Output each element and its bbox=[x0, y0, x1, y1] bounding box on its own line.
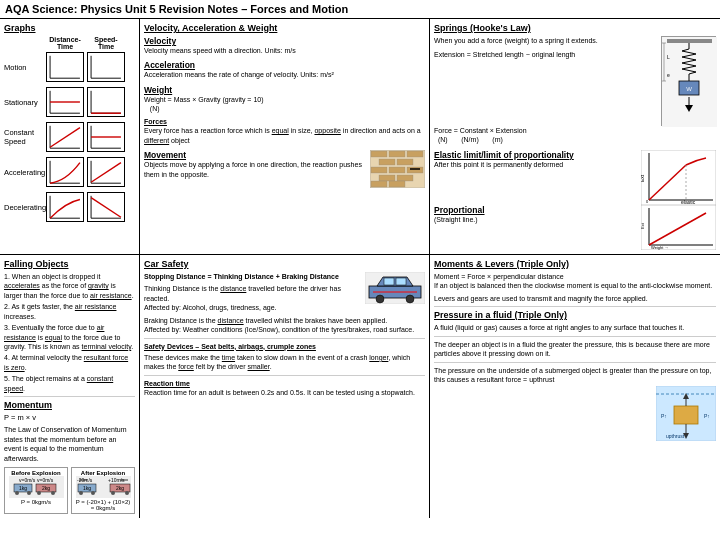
acceleration-title: Acceleration bbox=[144, 60, 195, 70]
falling-point-3: 3. Eventually the force due to air resis… bbox=[4, 323, 135, 351]
accelerating-label: Accelerating bbox=[4, 168, 46, 177]
motion-label: Motion bbox=[4, 63, 46, 72]
svg-text:v=0m/s: v=0m/s bbox=[19, 477, 36, 483]
braking-text: Braking Distance is the distance travell… bbox=[144, 316, 425, 335]
svg-rect-38 bbox=[389, 181, 405, 187]
weight-formula: Weight = Mass × Gravity (gravity = 10) (… bbox=[144, 95, 425, 114]
motion-distance-graph bbox=[46, 52, 84, 82]
svg-text:2kg: 2kg bbox=[41, 485, 49, 491]
reaction-time-text: Reaction time for an adult is between 0.… bbox=[144, 388, 425, 397]
page-title: AQA Science: Physics Unit 5 Revision Not… bbox=[0, 0, 720, 19]
svg-line-25 bbox=[91, 198, 121, 218]
graph-row-decelerating: Decelerating bbox=[4, 192, 135, 222]
svg-text:W: W bbox=[686, 86, 692, 92]
distance-time-label: Distance-Time bbox=[46, 36, 84, 50]
svg-rect-32 bbox=[371, 167, 387, 173]
stationary-distance-graph bbox=[46, 87, 84, 117]
falling-header: Falling Objects bbox=[4, 259, 135, 269]
force-formula: Force = Constant × Extension (N) (N/m) (… bbox=[434, 126, 716, 145]
car-safety-header: Car Safety bbox=[144, 259, 425, 269]
svg-text:1kg: 1kg bbox=[82, 485, 90, 491]
svg-rect-34 bbox=[407, 167, 423, 173]
svg-text:1kg: 1kg bbox=[18, 485, 26, 491]
acceleration-text: Acceleration means the rate of change of… bbox=[144, 70, 425, 79]
explosion-diagrams: Before Explosion 1kg 2kg v=0m/s v=0m/s P… bbox=[4, 467, 135, 514]
decelerating-distance-graph bbox=[46, 192, 84, 222]
graph-row-motion: Motion bbox=[4, 52, 135, 82]
stationary-speed-graph bbox=[87, 87, 125, 117]
svg-rect-36 bbox=[397, 175, 413, 181]
elastic-limit-block: elastic limit 0 Weight → Ext Elastic lim… bbox=[434, 150, 716, 169]
constant-label: ConstantSpeed bbox=[4, 128, 46, 146]
falling-point-1: 1. When an object is dropped it accelera… bbox=[4, 272, 135, 300]
svg-text:upthrust ↑: upthrust ↑ bbox=[666, 433, 688, 439]
momentum-law: The Law of Conservation of Momentum stat… bbox=[4, 425, 135, 463]
svg-point-83 bbox=[79, 491, 83, 495]
svg-rect-33 bbox=[389, 167, 405, 173]
graph-row-stationary: Stationary bbox=[4, 87, 135, 117]
constant-speed-graph bbox=[87, 122, 125, 152]
momentum-header: Momentum bbox=[4, 400, 135, 410]
stationary-label: Stationary bbox=[4, 98, 46, 107]
svg-rect-28 bbox=[389, 151, 405, 157]
accelerating-speed-graph bbox=[87, 157, 125, 187]
svg-point-72 bbox=[15, 491, 19, 495]
moments-text: Moment = Force × perpendicular distanceI… bbox=[434, 272, 716, 291]
after-explosion: After Explosion 1kg 2kg -20m/s +10m/s bbox=[71, 467, 135, 514]
car-safety-section: Car Safety Stopping Distance = Thinking … bbox=[140, 255, 430, 518]
force-formula-block: Force = Constant × Extension (N) (N/m) (… bbox=[434, 126, 716, 145]
velocity-section: Velocity, Acceleration & Weight Velocity… bbox=[140, 19, 430, 254]
movement-title: Movement bbox=[144, 150, 186, 160]
decelerating-label: Decelerating bbox=[4, 203, 46, 212]
motion-speed-graph bbox=[87, 52, 125, 82]
graph-row-constant: ConstantSpeed bbox=[4, 122, 135, 152]
svg-point-76 bbox=[37, 491, 41, 495]
before-explosion: Before Explosion 1kg 2kg v=0m/s v=0m/s P… bbox=[4, 467, 68, 514]
svg-text:v=0m/s: v=0m/s bbox=[37, 477, 54, 483]
svg-rect-37 bbox=[371, 181, 387, 187]
velocity-text: Velocity means speed with a direction. U… bbox=[144, 46, 425, 55]
speed-time-label: Speed-Time bbox=[87, 36, 125, 50]
svg-text:2kg: 2kg bbox=[115, 485, 123, 491]
svg-text:L: L bbox=[667, 54, 670, 60]
weight-title: Weight bbox=[144, 85, 172, 95]
svg-line-12 bbox=[50, 128, 80, 148]
constant-distance-graph bbox=[46, 122, 84, 152]
decelerating-speed-graph bbox=[87, 192, 125, 222]
forces-title: Forces bbox=[144, 117, 425, 126]
velocity-block: Velocity Velocity means speed with a dir… bbox=[144, 36, 425, 55]
elastic-limit-title: Elastic limit/limit of proportionality bbox=[434, 150, 574, 160]
svg-rect-98 bbox=[396, 278, 406, 285]
pressure-text: A fluid (liquid or gas) causes a force a… bbox=[434, 323, 716, 332]
movement-block: Movement Objects move by applying a forc… bbox=[144, 150, 425, 179]
svg-rect-35 bbox=[379, 175, 395, 181]
moments-header: Moments & Levers (Triple Only) bbox=[434, 259, 716, 269]
svg-text:Weight →: Weight → bbox=[651, 245, 669, 250]
velocity-header: Velocity, Acceleration & Weight bbox=[144, 23, 425, 33]
submerged-text: The pressure on the underside of a subme… bbox=[434, 366, 716, 385]
weight-block: Weight Weight = Mass × Gravity (gravity … bbox=[144, 85, 425, 145]
moments-section: Moments & Levers (Triple Only) Moment = … bbox=[430, 255, 720, 518]
safety-devices-title: Safety Devices – Seat belts, airbags, cr… bbox=[144, 342, 425, 351]
svg-text:e: e bbox=[667, 72, 670, 78]
svg-point-95 bbox=[376, 295, 384, 303]
proportional-block: Weight → Ext Proportional (Straight line… bbox=[434, 205, 716, 224]
falling-point-5: 5. The object remains at a constant spee… bbox=[4, 374, 135, 393]
svg-point-84 bbox=[91, 491, 95, 495]
svg-line-20 bbox=[91, 163, 121, 183]
reaction-time-title: Reaction time bbox=[144, 379, 425, 388]
svg-rect-41 bbox=[667, 39, 712, 43]
falling-point-4: 4. At terminal velocity the resultant fo… bbox=[4, 353, 135, 372]
svg-point-87 bbox=[111, 491, 115, 495]
svg-point-73 bbox=[27, 491, 31, 495]
velocity-title: Velocity bbox=[144, 36, 176, 46]
falling-objects-section: Falling Objects 1. When an object is dro… bbox=[0, 255, 140, 518]
acceleration-block: Acceleration Acceleration means the rate… bbox=[144, 60, 425, 79]
graphs-section: Graphs Distance-Time Speed-Time Motion bbox=[0, 19, 140, 254]
svg-text:Ext: Ext bbox=[641, 222, 645, 229]
accelerating-distance-graph bbox=[46, 157, 84, 187]
svg-point-88 bbox=[125, 491, 129, 495]
svg-text:P↑: P↑ bbox=[661, 413, 667, 419]
svg-point-77 bbox=[51, 491, 55, 495]
safety-devices-text: These devices make the time taken to slo… bbox=[144, 353, 425, 372]
